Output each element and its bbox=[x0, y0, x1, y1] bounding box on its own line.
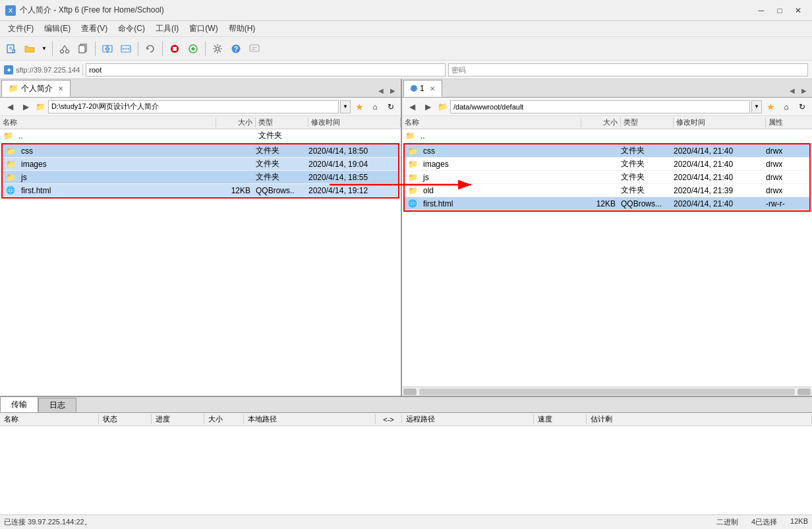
right-panel-toolbar: ◀ ▶ 📁 ▼ ★ ⌂ ↻ bbox=[402, 98, 812, 116]
right-refresh[interactable]: ↻ bbox=[795, 100, 809, 114]
menu-tools[interactable]: 工具(I) bbox=[150, 22, 184, 36]
title-bar: X 个人简介 - Xftp 6 (Free for Home/School) ─… bbox=[0, 0, 812, 21]
right-row-type-old: 文件夹 bbox=[618, 185, 671, 196]
left-row-images[interactable]: 📁 images 文件夹 2020/4/14, 19:04 bbox=[3, 158, 398, 171]
left-row-css[interactable]: 📁 css 文件夹 2020/4/14, 18:50 bbox=[3, 144, 398, 158]
toolbar-chat[interactable] bbox=[246, 40, 263, 57]
right-col-type[interactable]: 类型 bbox=[621, 117, 674, 127]
menu-view[interactable]: 查看(V) bbox=[76, 22, 113, 36]
log-tab-bar: 传输 日志 bbox=[0, 397, 812, 413]
toolbar-stop[interactable] bbox=[166, 40, 183, 57]
toolbar-new-session[interactable] bbox=[3, 40, 20, 57]
maximize-button[interactable]: □ bbox=[771, 4, 788, 17]
log-tab-transfer[interactable]: 传输 bbox=[0, 396, 38, 412]
right-tab-next[interactable]: ▶ bbox=[799, 85, 809, 96]
right-row-name-html: first.html bbox=[420, 199, 579, 208]
toolbar-settings[interactable] bbox=[209, 40, 226, 57]
window-title: 个人简介 - Xftp 6 (Free for Home/School) bbox=[20, 5, 753, 16]
svg-rect-15 bbox=[173, 47, 177, 51]
left-row-parent[interactable]: 📁 .. 文件夹 bbox=[0, 129, 401, 142]
right-bookmark[interactable]: ★ bbox=[763, 100, 778, 114]
right-col-attr[interactable]: 属性 bbox=[766, 117, 812, 127]
right-tab-1[interactable]: 1 ✕ bbox=[403, 80, 442, 97]
toolbar-copy[interactable] bbox=[74, 40, 92, 57]
left-row-firsthtml[interactable]: 🌐 first.html 12KB QQBrows.. 2020/4/14, 1… bbox=[3, 184, 398, 197]
left-tab-next[interactable]: ▶ bbox=[388, 85, 398, 96]
right-row-type-js: 文件夹 bbox=[618, 171, 671, 183]
close-button[interactable]: ✕ bbox=[790, 4, 807, 17]
log-tab-log[interactable]: 日志 bbox=[38, 398, 76, 412]
menu-file[interactable]: 文件(F) bbox=[3, 22, 39, 36]
addr-sep bbox=[82, 64, 83, 76]
left-row-time-html: 2020/4/14, 19:12 bbox=[306, 186, 398, 195]
scrollbar-track[interactable] bbox=[419, 389, 795, 395]
right-path-input[interactable] bbox=[450, 100, 750, 113]
right-row-name-images: images bbox=[420, 160, 579, 169]
left-col-name[interactable]: 名称 bbox=[0, 117, 216, 127]
right-col-name[interactable]: 名称 bbox=[402, 117, 581, 127]
scrollbar-left-btn[interactable] bbox=[403, 389, 417, 395]
right-back-button[interactable]: ◀ bbox=[405, 100, 419, 114]
right-tab-prev[interactable]: ◀ bbox=[787, 85, 798, 96]
right-forward-button[interactable]: ▶ bbox=[420, 100, 435, 114]
right-h-scrollbar[interactable] bbox=[402, 387, 812, 396]
root-input[interactable] bbox=[86, 63, 446, 77]
right-row-firsthtml[interactable]: 🌐 first.html 12KB QQBrows... 2020/4/14, … bbox=[405, 197, 809, 210]
right-row-parent[interactable]: 📁 .. bbox=[402, 129, 812, 142]
log-col-progress: 进度 bbox=[152, 414, 204, 424]
scrollbar-right-btn[interactable] bbox=[798, 389, 811, 395]
right-folder-icon-css: 📁 bbox=[407, 146, 418, 156]
right-row-css[interactable]: 📁 css 文件夹 2020/4/14, 21:40 drwx bbox=[405, 144, 809, 158]
left-row-name-css: css bbox=[18, 146, 214, 156]
menu-edit[interactable]: 编辑(E) bbox=[39, 22, 76, 36]
right-folder-icon-js: 📁 bbox=[407, 172, 418, 183]
right-row-old[interactable]: 📁 old 文件夹 2020/4/14, 21:39 drwx bbox=[405, 184, 809, 197]
left-forward-button[interactable]: ▶ bbox=[18, 100, 33, 114]
left-path-input[interactable] bbox=[48, 100, 339, 113]
log-col-speed: 速度 bbox=[534, 414, 587, 424]
toolbar-connect[interactable] bbox=[185, 40, 202, 57]
left-row-name-images: images bbox=[18, 160, 214, 169]
toolbar-refresh[interactable] bbox=[142, 40, 159, 57]
right-home[interactable]: ⌂ bbox=[779, 100, 794, 114]
toolbar-open-folder[interactable] bbox=[21, 40, 38, 57]
left-col-time[interactable]: 修改时间 bbox=[308, 117, 401, 127]
right-col-time[interactable]: 修改时间 bbox=[674, 117, 766, 127]
left-bookmark[interactable]: ★ bbox=[352, 100, 366, 114]
left-tab-personal[interactable]: 📁 个人简介 ✕ bbox=[1, 80, 71, 97]
left-tab-prev[interactable]: ◀ bbox=[376, 85, 386, 96]
right-col-size[interactable]: 大小 bbox=[581, 117, 621, 127]
left-file-icon-html: 🌐 bbox=[5, 185, 16, 196]
left-col-size[interactable]: 大小 bbox=[216, 117, 256, 127]
right-folder-icon-old: 📁 bbox=[407, 185, 418, 196]
right-file-icon-html: 🌐 bbox=[407, 199, 418, 209]
left-folder-icon-images: 📁 bbox=[5, 159, 16, 170]
right-path-dropdown[interactable]: ▼ bbox=[751, 100, 762, 113]
toolbar-help[interactable]: ? bbox=[227, 40, 245, 57]
left-home[interactable]: ⌂ bbox=[368, 100, 382, 114]
status-right: 二进制 4已选择 12KB bbox=[716, 517, 808, 527]
menu-command[interactable]: 命令(C) bbox=[113, 22, 150, 36]
password-input[interactable] bbox=[448, 63, 808, 77]
toolbar-transfer2[interactable] bbox=[117, 40, 134, 57]
left-path-dropdown[interactable]: ▼ bbox=[340, 100, 351, 113]
address-bar: ◆ sftp://39.97.225.144 bbox=[0, 61, 812, 79]
minimize-button[interactable]: ─ bbox=[753, 4, 770, 17]
left-row-js[interactable]: 📁 js 文件夹 2020/4/14, 18:55 bbox=[3, 171, 398, 184]
right-tab-close[interactable]: ✕ bbox=[430, 85, 435, 92]
left-tab-close[interactable]: ✕ bbox=[58, 85, 63, 92]
left-file-list: 名称 大小 类型 修改时间 📁 .. 文件夹 📁 bbox=[0, 116, 401, 396]
toolbar-cut[interactable] bbox=[56, 40, 73, 57]
left-refresh[interactable]: ↻ bbox=[384, 100, 398, 114]
left-col-type[interactable]: 类型 bbox=[256, 117, 308, 127]
left-row-type-js: 文件夹 bbox=[253, 171, 306, 183]
right-row-js[interactable]: 📁 js 文件夹 2020/4/14, 21:40 drwx bbox=[405, 171, 809, 184]
left-back-button[interactable]: ◀ bbox=[3, 100, 17, 114]
right-row-images[interactable]: 📁 images 文件夹 2020/4/14, 21:40 drwx bbox=[405, 158, 809, 171]
toolbar-dropdown[interactable]: ▼ bbox=[40, 40, 49, 57]
toolbar-transfer[interactable] bbox=[99, 40, 116, 57]
menu-help[interactable]: 帮助(H) bbox=[223, 22, 261, 36]
menu-window[interactable]: 窗口(W) bbox=[184, 22, 223, 36]
status-encoding: 二进制 bbox=[716, 517, 738, 527]
status-connection: 已连接 39.97.225.144:22。 bbox=[4, 517, 703, 527]
